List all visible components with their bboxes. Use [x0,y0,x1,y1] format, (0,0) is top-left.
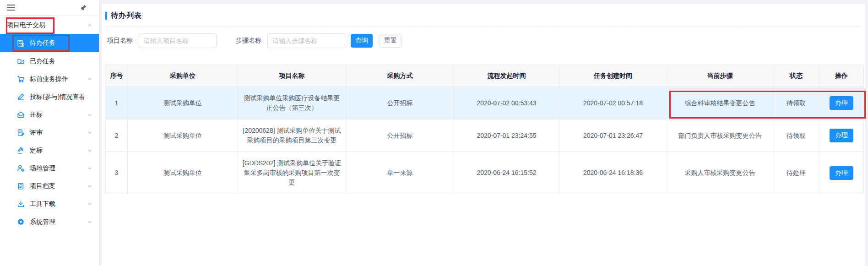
sidebar-item-award[interactable]: 定标 [0,141,99,159]
sidebar-item-todo[interactable]: 待办任务 [0,34,99,52]
cell-method: 公开招标 [346,119,454,152]
cell-seq: 3 [106,152,128,194]
cell-project: 测试采购单位采购医疗设备结果更正公告（第三次） [238,87,346,119]
chevron-up-icon [87,22,92,28]
sidebar-item-label: 已办任务 [30,57,92,65]
cell-seq: 2 [106,119,128,152]
title-accent-bar [105,12,107,20]
sidebar-item-system[interactable]: 系统管理 [0,213,99,231]
step-name-input[interactable] [267,33,345,48]
column-header-action: 操作 [819,65,864,87]
document-review-icon [17,129,25,136]
sidebar-item-venue[interactable]: 场地管理 [0,159,99,177]
sidebar-item-label: 工具下载 [30,200,82,208]
cart-icon [17,75,25,83]
chevron-down-icon [87,201,92,207]
cell-method: 单一来源 [346,152,454,194]
cell-org: 测试采购单位 [128,119,238,152]
sidebar-group-label: 项目电子交易 [7,21,87,29]
table-row: 3 测试采购单位 [GDDS202] 测试采购单位关于验证集采多岗审核的采购项目… [106,152,864,194]
sidebar-item-evaluation[interactable]: 评审 [0,124,99,141]
project-name-input[interactable] [139,33,217,48]
done-tasks-icon [17,57,25,65]
project-name-label: 项目名称 [107,37,133,45]
search-button[interactable]: 查询 [351,34,373,48]
column-header-step: 当前步骤 [667,65,773,87]
filter-row: 项目名称 步骤名称 查询 重置 [105,33,862,48]
cell-method: 公开招标 [346,87,454,119]
hamburger-menu-icon[interactable] [7,5,15,11]
cell-step: 采购人审核采购变更公告 [667,152,773,194]
cell-org: 测试采购单位 [128,87,238,119]
cell-org: 测试采购单位 [128,152,238,194]
status-badge: 待处理 [773,152,819,194]
cell-create-time: 2020-07-01 23:26:47 [559,119,667,152]
todo-tasks-icon [17,39,25,47]
sidebar-item-label: 项目档案 [30,182,82,190]
sidebar-item-done[interactable]: 已办任务 [0,52,99,70]
sidebar-item-tools[interactable]: 工具下载 [0,195,99,213]
cell-start-time: 2020-06-24 16:15:52 [454,152,559,194]
sidebar-item-label: 标前业务操作 [30,75,82,83]
chevron-down-icon [87,112,92,118]
gear-icon [17,218,25,226]
sidebar-item-participation[interactable]: 投标(参与)情况查看 [0,88,99,106]
sidebar-group-project-etrading[interactable]: 项目电子交易 [0,16,99,34]
sidebar-item-label: 开标 [30,111,82,119]
sidebar-item-label: 系统管理 [30,218,82,226]
cell-start-time: 2020-07-01 23:24:55 [454,119,559,152]
download-icon [17,200,25,208]
todo-list-card: 待办列表 项目名称 步骤名称 查询 重置 序号 采购单位 项目名称 采购 [102,4,865,266]
chevron-down-icon [87,219,92,225]
handle-button[interactable]: 办理 [830,166,853,180]
reset-button[interactable]: 重置 [380,34,401,48]
sidebar-item-label: 投标(参与)情况查看 [30,93,92,101]
cell-step: 部门负责人审核采购变更公告 [667,119,773,152]
cell-create-time: 2020-07-02 00:57:18 [559,87,667,119]
cell-step: 综合科审核结果变更公告 [667,87,773,119]
sidebar-item-label: 场地管理 [30,164,82,173]
sidebar-item-archive[interactable]: 项目档案 [0,177,99,195]
page-title: 待办列表 [111,11,142,21]
column-header-org: 采购单位 [128,65,238,87]
table-row: 2 测试采购单位 [20200628] 测试采购单位关于测试采购项目的采购项目第… [106,119,864,152]
pen-icon [17,93,25,101]
cell-project: [20200628] 测试采购单位关于测试采购项目的采购项目第三次变更 [238,119,346,152]
pin-icon[interactable] [80,4,87,11]
main-content: 待办列表 项目名称 步骤名称 查询 重置 序号 采购单位 项目名称 采购 [100,0,868,266]
todo-table: 序号 采购单位 项目名称 采购方式 流程发起时间 任务创建时间 当前步骤 状态 … [105,65,864,194]
cell-create-time: 2020-06-24 16:18:36 [559,152,667,194]
sidebar-top-bar [0,0,99,16]
sidebar: 项目电子交易 待办任务 已办任务 标前业务操作 投标(参与)情况查看 开标 评审… [0,0,99,266]
cell-project: [GDDS202] 测试采购单位关于验证集采多岗审核的采购项目第一次变更 [238,152,346,194]
handle-button[interactable]: 办理 [830,129,853,142]
column-header-method: 采购方式 [346,65,454,87]
sidebar-item-opening[interactable]: 开标 [0,106,99,124]
card-title-row: 待办列表 [105,4,862,27]
archive-icon [17,182,25,190]
handle-button[interactable]: 办理 [830,96,853,110]
gavel-icon [17,147,25,154]
column-header-seq: 序号 [106,65,128,87]
sidebar-item-prebid[interactable]: 标前业务操作 [0,70,99,88]
open-envelope-icon [17,111,25,119]
sidebar-item-label: 待办任务 [30,39,92,47]
column-header-create-time: 任务创建时间 [559,65,667,87]
cell-start-time: 2020-07-02 00:53:43 [454,87,559,119]
chevron-down-icon [87,184,92,189]
column-header-status: 状态 [773,65,819,87]
status-badge: 待领取 [773,87,819,119]
step-name-label: 步骤名称 [236,37,261,45]
user-gear-icon [17,164,25,172]
status-badge: 待领取 [773,119,819,152]
chevron-down-icon [87,148,92,153]
chevron-down-icon [87,130,92,136]
sidebar-item-label: 评审 [30,129,82,137]
sidebar-menu-items: 待办任务 已办任务 标前业务操作 投标(参与)情况查看 开标 评审 定标 场地管… [0,34,99,231]
chevron-down-icon [87,166,92,171]
column-header-start-time: 流程发起时间 [454,65,559,87]
chevron-down-icon [87,76,92,82]
cell-seq: 1 [106,87,128,119]
table-header-row: 序号 采购单位 项目名称 采购方式 流程发起时间 任务创建时间 当前步骤 状态 … [106,65,864,87]
table-row: 1 测试采购单位 测试采购单位采购医疗设备结果更正公告（第三次） 公开招标 20… [106,87,864,119]
